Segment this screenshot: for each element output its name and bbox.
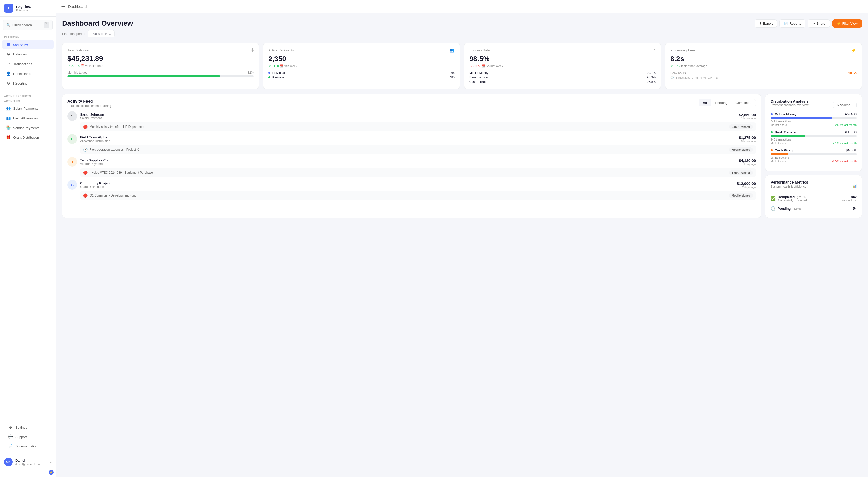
sidebar-header: ✦ PayFlow Enterprise ⌄ — [0, 0, 56, 17]
list-item: Business 485 — [269, 76, 455, 79]
period-value: This Month — [91, 32, 107, 36]
sidebar-divider-bottom — [6, 453, 50, 453]
stat-total-disbursed: Total Disbursed $ $45,231.89 ↗ 20.1% 📅 v… — [62, 42, 259, 89]
activity-feed-card: Activity Feed Real-time disbursement tra… — [62, 94, 761, 218]
projects-section-label: Active Projects — [0, 92, 56, 99]
lightning-icon: ⚡ — [851, 48, 857, 53]
sidebar-item-support[interactable]: 💬 Support — [4, 432, 52, 441]
sidebar-item-transactions[interactable]: ↗ Transactions — [2, 59, 54, 68]
activity-type: Salary Payment — [80, 116, 736, 120]
activity-name: Community Project — [80, 181, 734, 185]
sidebar-item-field[interactable]: 👥 Field Allowances — [2, 114, 54, 123]
list-item: Mobile Money 99.1% — [469, 71, 656, 74]
stat-active-recipients: Active Recipients 👥 2,350 ↗ +180 📅 this … — [263, 42, 460, 89]
channel-bar — [771, 135, 857, 137]
sidebar-item-reporting[interactable]: ⊙ Reporting — [2, 79, 54, 88]
right-panel: Distribution Analysis Payment channels o… — [765, 94, 862, 218]
dot-business — [269, 77, 271, 79]
activity-name: Sarah Johnson — [80, 113, 736, 116]
sidebar-item-vendor[interactable]: 🏪 Vendor Payments — [2, 123, 54, 132]
sidebar-item-balances[interactable]: ⊜ Balances — [2, 50, 54, 59]
activity-detail: 🔴 Invoice #TEC-2024-089 - Equipment Purc… — [80, 168, 756, 177]
tab-all[interactable]: All — [699, 99, 711, 106]
share-icon: ↗ — [812, 22, 815, 26]
balances-icon: ⊜ — [6, 52, 11, 57]
channel-bar — [771, 153, 857, 155]
sidebar-item-salary[interactable]: 👥 Salary Payments — [2, 104, 54, 113]
sidebar-item-settings[interactable]: ⚙ Settings — [4, 423, 52, 432]
reporting-icon: ⊙ — [6, 81, 11, 86]
detail-status-icon: 🔴 — [83, 171, 88, 175]
period-select[interactable]: This Month ⌄ — [88, 30, 115, 37]
stat-list: Individual 1,865 Business 485 — [269, 71, 455, 79]
stat-change: ↗ +180 📅 this week — [269, 64, 455, 68]
peak-row: Peak hours 10.5s — [670, 71, 857, 75]
tab-completed[interactable]: Completed — [732, 99, 755, 106]
sidebar-item-beneficiaries[interactable]: 👤 Beneficiaries — [2, 69, 54, 78]
period-label: Financial period — [62, 32, 86, 36]
sidebar-item-label: Salary Payments — [13, 107, 38, 111]
list-item: Bank Transfer 98.3% — [469, 76, 656, 79]
settings-icon: ⚙ — [8, 425, 13, 430]
search-input[interactable] — [12, 23, 41, 27]
reports-button[interactable]: 📄 Reports — [779, 19, 805, 28]
sidebar-item-label: Settings — [15, 425, 27, 429]
topbar-title: Dashboard — [68, 4, 87, 9]
sort-by-volume-button[interactable]: By Volume ⌄ — [833, 102, 857, 109]
bottom-grid: Activity Feed Real-time disbursement tra… — [62, 94, 862, 218]
sidebar-item-label: Vendor Payments — [13, 126, 39, 130]
menu-icon[interactable]: ☰ — [61, 4, 65, 9]
channel-mobile-money: Mobile Money $29,400 842 transactions Ma… — [771, 112, 857, 126]
activity-amount: $1,275.00 — [739, 136, 756, 140]
detail-status-icon: 🕐 — [83, 148, 88, 152]
avatar: F — [67, 134, 77, 144]
sidebar-item-grant[interactable]: 🎁 Grant Distribution — [2, 133, 54, 142]
rate-icon: ↗ — [652, 48, 656, 53]
tab-group: All Pending Completed — [699, 99, 756, 107]
sidebar-item-docs[interactable]: 📄 Documentation — [4, 442, 52, 451]
search-bar[interactable]: 🔍 ⌘ K — [3, 20, 53, 30]
activity-tag: Mobile Money — [729, 193, 753, 198]
export-button[interactable]: ⬇ Export — [754, 19, 777, 28]
beneficiaries-icon: 👤 — [6, 71, 11, 76]
search-kbd: ⌘ K — [43, 22, 49, 28]
user-expand-icon[interactable]: ⇅ — [49, 460, 52, 464]
perf-subtitle: System health & efficiency — [771, 185, 808, 188]
dot-mobile-money — [771, 113, 773, 115]
activity-amount: $12,000.00 — [737, 181, 756, 185]
sidebar: ✦ PayFlow Enterprise ⌄ 🔍 ⌘ K Platform ⊞ … — [0, 0, 56, 477]
dist-subtitle: Payment channels overview — [771, 103, 808, 107]
stat-value: 2,350 — [269, 55, 455, 63]
tab-pending[interactable]: Pending — [711, 99, 732, 106]
search-icon: 🔍 — [6, 23, 10, 27]
clock-icon: 🕐 — [670, 76, 674, 79]
sidebar-bottom: ⚙ Settings 💬 Support 📄 Documentation CN … — [0, 420, 56, 477]
stat-success-rate: Success Rate ↗ 98.5% ↘ -0.5% 📅 vs last w… — [464, 42, 661, 89]
share-button[interactable]: ↗ Share — [808, 19, 830, 28]
stat-change: ↘ -0.5% 📅 vs last week — [469, 64, 656, 68]
activity-detail: 🔴 Q1 Community Development Fund Mobile M… — [80, 191, 756, 200]
activity-item: C Community Project Grant Distribution $… — [67, 180, 756, 200]
field-icon: 👥 — [6, 116, 11, 120]
user-profile[interactable]: CN Daniel daniel@example.com ⇅ — [2, 455, 54, 469]
page-header-left: Dashboard Overview Financial period This… — [62, 19, 133, 37]
activity-tag: Bank Transfer — [729, 170, 753, 175]
sidebar-item-label: Documentation — [15, 444, 37, 448]
export-icon: ⬇ — [759, 22, 762, 26]
filter-button[interactable]: ⚡ Filter View — [832, 19, 862, 28]
page-header-actions: ⬇ Export 📄 Reports ↗ Share ⚡ Filter View — [754, 19, 862, 28]
transactions-icon: ↗ — [6, 62, 11, 66]
activity-item: S Sarah Johnson Salary Payment $2,850.00… — [67, 111, 756, 131]
activity-type: Allowance Distribution — [80, 139, 736, 143]
stat-label: Success Rate — [469, 48, 490, 52]
activity-time: 2 days ago — [737, 185, 756, 189]
activity-time: 5 hours ago — [739, 140, 756, 143]
stat-change: ↗ 20.1% 📅 vs last month — [67, 64, 254, 68]
sidebar-item-overview[interactable]: ⊞ Overview — [2, 40, 54, 49]
chevron-down-icon: ⌄ — [851, 103, 854, 107]
page-header: Dashboard Overview Financial period This… — [62, 19, 862, 37]
dot-cash-pickup — [771, 149, 773, 151]
app-subtitle: Enterprise — [16, 9, 31, 12]
sidebar-collapse-icon[interactable]: ⌄ — [49, 6, 52, 10]
docs-icon: 📄 — [8, 444, 13, 448]
